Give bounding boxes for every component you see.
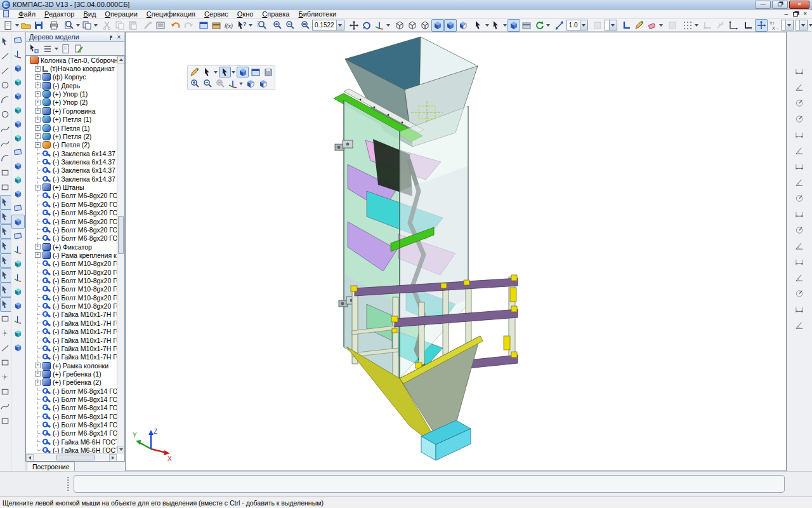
mate-button[interactable]	[11, 312, 25, 326]
overflow-dropdown-icon[interactable]	[809, 24, 812, 27]
insert-fragment-button[interactable]	[81, 19, 93, 32]
orientation-button[interactable]	[373, 19, 386, 32]
chevron-down-icon[interactable]	[15, 24, 19, 27]
tree-item[interactable]: +(-) Петля (1)	[26, 124, 117, 132]
filter-planes-button[interactable]	[0, 283, 11, 297]
expand-icon[interactable]: +	[35, 133, 41, 139]
pointer-button[interactable]	[0, 34, 11, 49]
circle-button[interactable]	[0, 78, 11, 93]
drag-handle[interactable]	[67, 477, 69, 491]
chevron-down-icon[interactable]	[214, 71, 218, 74]
zoom-in-button[interactable]	[188, 78, 200, 89]
tree-item[interactable]: +(-) Рама крепления колонки	[26, 251, 117, 259]
tree-item[interactable]: (-) Гайка М10х1-7Н ГОСТ 2524	[26, 319, 117, 327]
filter-faces-button[interactable]	[0, 210, 11, 224]
region-button[interactable]	[0, 356, 11, 370]
tree-item[interactable]: +(+) Петля (2)	[26, 132, 117, 140]
expand-icon[interactable]: +	[35, 117, 41, 123]
chevron-down-icon[interactable]	[659, 24, 663, 27]
menu-help[interactable]: Справка	[258, 10, 294, 18]
tree-item[interactable]: (-) Гайка М10х1-7Н ГОСТ 2524	[26, 311, 117, 319]
tree-item[interactable]: (-) Гайка М10х1-7Н ГОСТ 2524	[26, 353, 117, 361]
draft-button[interactable]	[11, 187, 25, 201]
shaded-button[interactable]	[431, 19, 444, 32]
shell-button[interactable]	[11, 173, 25, 187]
eraser-button[interactable]	[646, 19, 658, 32]
pattern-button[interactable]	[11, 215, 25, 229]
bezier-button[interactable]	[0, 137, 11, 151]
rib-button[interactable]	[11, 159, 25, 173]
coordinate-y-combo[interactable]	[795, 20, 808, 30]
scroll-up-icon[interactable]	[117, 56, 125, 64]
tree-item[interactable]: +(+) Упор (2)	[26, 98, 117, 107]
filter-vertices-button[interactable]	[0, 239, 11, 253]
filter-edges-button[interactable]	[0, 224, 11, 239]
tree-item[interactable]: (-) Болт М6-8gх20 ГОСТ 15589	[26, 200, 117, 208]
coordinate-axes-button[interactable]	[727, 19, 740, 32]
expand-icon[interactable]: +	[35, 125, 41, 131]
tab-construction[interactable]: Построение	[27, 462, 75, 471]
marking-button[interactable]	[793, 190, 806, 206]
current-state-combo[interactable]	[605, 20, 617, 30]
tree-horizontal-scrollbar[interactable]	[26, 453, 117, 461]
collect-objects-button[interactable]	[0, 326, 11, 341]
extrude-button[interactable]	[11, 61, 25, 75]
mass-properties-button[interactable]	[793, 302, 806, 318]
expand-icon[interactable]: +	[35, 66, 41, 72]
line-button[interactable]	[0, 49, 11, 64]
chevron-down-icon[interactable]	[76, 24, 80, 27]
perspective-button[interactable]	[457, 19, 469, 32]
snap-global-button[interactable]	[702, 19, 714, 32]
tree-item[interactable]: (-) Болт М6-8gх20 ГОСТ 15589	[26, 192, 117, 200]
chevron-down-icon[interactable]	[609, 20, 617, 30]
orientation-button[interactable]	[226, 78, 239, 89]
tree-item[interactable]: +(+) Штаны	[26, 183, 117, 191]
tolerance-frame-button[interactable]	[793, 206, 806, 222]
tree-item[interactable]: (-) Болт М6-8gх20 ГОСТ 15589	[26, 208, 117, 217]
chevron-down-icon[interactable]	[580, 20, 587, 30]
3d-model[interactable]	[126, 32, 787, 471]
copy-object-button[interactable]	[591, 19, 604, 32]
tree-item[interactable]: +(-) Дверь	[26, 81, 117, 90]
text-button[interactable]	[0, 370, 11, 385]
grid-button[interactable]	[681, 19, 694, 32]
select-mode-button[interactable]	[219, 67, 231, 77]
loft-button[interactable]	[11, 103, 25, 117]
exploded-view-button[interactable]	[11, 340, 25, 354]
filter-points-button[interactable]	[0, 297, 11, 312]
snap-local-button[interactable]	[714, 19, 727, 32]
mdi-restore-button[interactable]	[793, 12, 798, 17]
expand-icon[interactable]: +	[35, 363, 41, 368]
tree-item[interactable]: +(-) Петля (2)	[26, 141, 117, 149]
dynamic-highlight-button[interactable]	[490, 19, 502, 32]
chevron-down-icon[interactable]	[232, 71, 235, 74]
dimension-diametral-button[interactable]	[793, 111, 806, 127]
paste-button[interactable]	[126, 19, 139, 32]
relations-button[interactable]	[60, 43, 72, 55]
zoom-out-button[interactable]	[201, 78, 213, 89]
close-panel-icon[interactable]: ×	[115, 33, 123, 41]
dimension-angular-button[interactable]	[793, 79, 806, 95]
save-document-button[interactable]	[32, 19, 45, 32]
tree-item[interactable]: +(+) Рамка колонки	[26, 361, 117, 370]
rectangle-button[interactable]	[0, 180, 11, 195]
rotate-right-button[interactable]	[257, 78, 269, 89]
sketch-plane-button[interactable]	[620, 19, 633, 32]
deviation-analysis-button[interactable]	[793, 318, 806, 333]
leader-button[interactable]	[793, 175, 806, 190]
coordinate-plane-button[interactable]	[11, 229, 25, 243]
tree-item[interactable]: +(+) Гребенка (2)	[26, 378, 117, 387]
overflow-dropdown-icon[interactable]	[546, 24, 550, 27]
macro-element-button[interactable]	[0, 312, 11, 326]
cut-extrude-button[interactable]	[11, 75, 25, 89]
pipe-button[interactable]	[11, 284, 25, 298]
filter-curves-button[interactable]	[0, 268, 11, 283]
rotate-view-button[interactable]	[360, 19, 373, 32]
rebuild-model-button[interactable]	[533, 19, 546, 32]
chevron-down-icon[interactable]	[336, 20, 344, 30]
tree-item[interactable]: (-) Заклепка 6х14.37 ГОСТ 103	[26, 166, 117, 175]
tree-display-mode-button[interactable]	[41, 43, 54, 55]
tree-item[interactable]: +(+) Фиксатор	[26, 243, 117, 251]
pin-icon[interactable]	[107, 33, 115, 41]
property-input[interactable]	[74, 475, 785, 493]
